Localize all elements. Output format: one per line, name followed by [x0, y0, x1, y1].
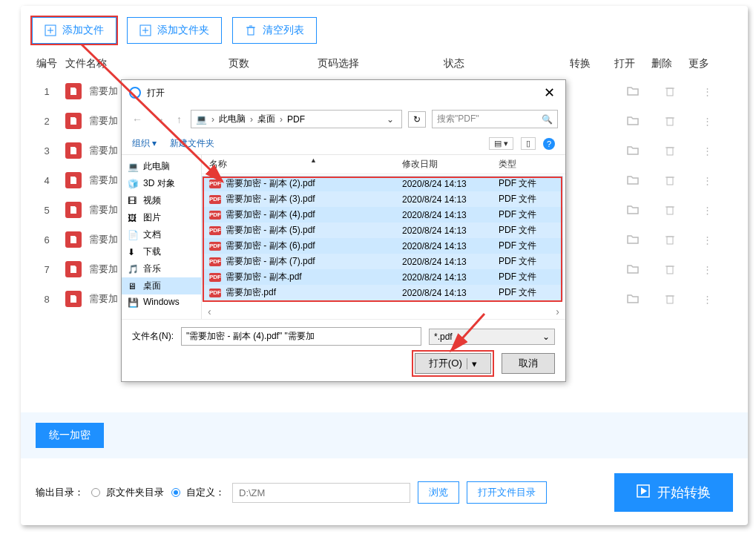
more-icon[interactable]: ⋮	[688, 264, 726, 275]
open-folder-icon[interactable]	[614, 263, 651, 276]
add-file-button[interactable]: 添加文件	[32, 17, 116, 44]
more-icon[interactable]: ⋮	[688, 116, 726, 127]
app-icon	[129, 87, 141, 99]
open-folder-icon[interactable]	[614, 85, 651, 98]
svg-rect-9	[667, 88, 673, 96]
sidebar-item[interactable]: 🖥桌面	[122, 277, 201, 294]
open-folder-icon[interactable]	[614, 233, 651, 246]
delete-icon[interactable]	[651, 204, 688, 216]
preview-pane-button[interactable]: ▯	[521, 137, 536, 150]
radio-icon	[91, 488, 100, 497]
more-icon[interactable]: ⋮	[688, 175, 726, 186]
open-button[interactable]: 打开(O)▾	[415, 353, 491, 374]
file-list-row[interactable]: PDF需要加密 - 副本 (5).pdf2020/8/24 14:13PDF 文…	[202, 223, 563, 238]
filetype-select[interactable]: *.pdf⌄	[429, 329, 555, 345]
svg-rect-6	[248, 27, 254, 35]
file-list-row[interactable]: PDF需要加密 - 副本.pdf2020/8/24 14:13PDF 文件	[202, 269, 563, 285]
more-icon[interactable]: ⋮	[688, 145, 726, 157]
open-folder-icon[interactable]	[614, 203, 651, 217]
unified-encrypt-button[interactable]: 统一加密	[36, 423, 104, 448]
file-list-row[interactable]: PDF需要加密 - 副本 (6).pdf2020/8/24 14:13PDF 文…	[202, 238, 563, 254]
delete-icon[interactable]	[651, 115, 688, 127]
chevron-down-icon[interactable]: ⌄	[384, 114, 397, 125]
filename-label: 文件名(N):	[132, 330, 174, 343]
file-list-row[interactable]: PDF需要加密 - 副本 (3).pdf2020/8/24 14:13PDF 文…	[202, 191, 563, 207]
more-icon[interactable]: ⋮	[688, 205, 726, 216]
folder-icon: 💻	[128, 162, 139, 171]
pdf-icon: PDF	[209, 226, 221, 235]
organize-menu[interactable]: 组织 ▾	[132, 137, 157, 150]
row-index: 6	[28, 234, 65, 246]
sort-asc-icon: ▲	[310, 157, 317, 164]
sidebar-item[interactable]: 🎞视频	[122, 192, 201, 209]
sidebar-item[interactable]: 🖼图片	[122, 209, 201, 226]
file-list-row[interactable]: PDF需要加密.pdf2020/8/24 14:13PDF 文件	[202, 285, 563, 300]
horizontal-scrollbar[interactable]: ‹›	[202, 304, 565, 319]
more-icon[interactable]: ⋮	[688, 86, 726, 97]
clear-list-label: 清空列表	[263, 24, 304, 37]
delete-icon[interactable]	[651, 263, 688, 275]
file-list-row[interactable]: PDF需要加密 - 副本 (7).pdf2020/8/24 14:13PDF 文…	[202, 254, 563, 269]
open-folder-icon[interactable]	[614, 144, 651, 157]
open-folder-icon[interactable]	[614, 174, 651, 187]
nav-back-icon[interactable]: ←	[129, 113, 145, 125]
pdf-icon	[65, 261, 82, 277]
close-icon[interactable]: ✕	[541, 85, 558, 101]
sidebar-item[interactable]: 💻此电脑	[122, 158, 201, 175]
sidebar-item[interactable]: 📄文档	[122, 226, 201, 243]
delete-icon[interactable]	[651, 145, 688, 157]
fl-col-date[interactable]: 修改日期	[402, 158, 499, 171]
open-folder-icon[interactable]	[614, 292, 651, 306]
search-input[interactable]: 搜索"PDF" 🔍	[432, 110, 558, 128]
svg-rect-13	[667, 148, 673, 155]
cancel-button[interactable]: 取消	[502, 353, 555, 374]
sidebar-item[interactable]: 🎵音乐	[122, 260, 201, 277]
clear-list-button[interactable]: 清空列表	[232, 17, 317, 44]
col-name: 文件名称	[65, 57, 229, 70]
delete-icon[interactable]	[651, 85, 688, 97]
help-icon[interactable]: ?	[543, 138, 555, 150]
filename-input[interactable]: "需要加密 - 副本 (4).pdf" "需要加	[181, 327, 421, 346]
new-folder-button[interactable]: 新建文件夹	[170, 137, 214, 150]
start-convert-button[interactable]: 开始转换	[614, 473, 733, 512]
folder-icon: 🖼	[128, 213, 139, 223]
view-mode-button[interactable]: ▤ ▾	[489, 137, 513, 150]
sidebar-item[interactable]: 🧊3D 对象	[122, 175, 201, 192]
add-folder-button[interactable]: 添加文件夹	[127, 17, 222, 44]
fl-col-name[interactable]: 名称	[209, 158, 402, 171]
sidebar-item[interactable]: ⬇下载	[122, 243, 201, 260]
output-path-input[interactable]	[232, 483, 410, 503]
delete-icon[interactable]	[651, 174, 688, 186]
pdf-icon: PDF	[209, 257, 221, 266]
file-list-row[interactable]: PDF需要加密 - 副本 (4).pdf2020/8/24 14:13PDF 文…	[202, 207, 563, 223]
folder-icon: ⬇	[128, 247, 139, 257]
folder-icon: 📄	[128, 230, 139, 240]
pdf-icon: PDF	[209, 195, 221, 204]
dialog-title: 打开	[147, 87, 165, 99]
pdf-icon: PDF	[209, 211, 221, 220]
folder-icon: 🖥	[128, 281, 139, 291]
pdf-icon	[65, 83, 82, 99]
radio-custom-dir[interactable]: 自定义：	[171, 486, 225, 499]
svg-rect-23	[667, 296, 673, 303]
delete-icon[interactable]	[651, 293, 688, 305]
col-pages: 页数	[229, 57, 318, 70]
browse-button[interactable]: 浏览	[418, 481, 459, 504]
pdf-icon: PDF	[209, 273, 221, 282]
pdf-icon: PDF	[209, 242, 221, 251]
file-list-row[interactable]: PDF需要加密 - 副本 (2).pdf2020/8/24 14:13PDF 文…	[202, 176, 563, 191]
more-icon[interactable]: ⋮	[688, 294, 726, 305]
radio-original-dir[interactable]: 原文件夹目录	[91, 486, 164, 499]
fl-col-type[interactable]: 类型	[499, 158, 550, 171]
nav-up-icon[interactable]: ↑	[174, 113, 185, 125]
refresh-icon[interactable]: ↻	[408, 111, 426, 128]
breadcrumb[interactable]: 💻 › 此电脑 › 桌面 › PDF ⌄	[191, 110, 402, 128]
sidebar-item[interactable]: 💾Windows	[122, 294, 201, 309]
open-output-dir-button[interactable]: 打开文件目录	[467, 481, 547, 504]
pdf-icon	[65, 202, 82, 218]
more-icon[interactable]: ⋮	[688, 234, 726, 246]
open-folder-icon[interactable]	[614, 114, 651, 128]
nav-forward-icon[interactable]: →	[151, 113, 168, 125]
delete-icon[interactable]	[651, 234, 688, 246]
col-delete: 删除	[651, 57, 688, 70]
